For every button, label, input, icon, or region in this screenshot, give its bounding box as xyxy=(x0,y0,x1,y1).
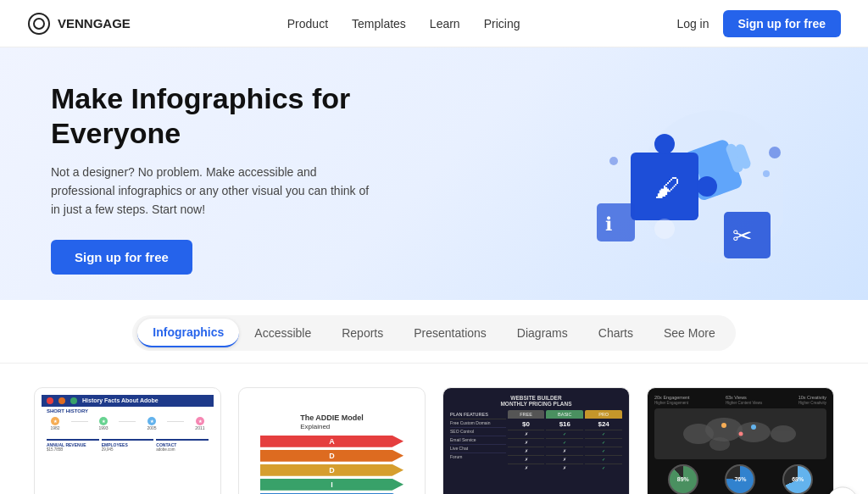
hero-illustration: 🖌 ℹ ✂ xyxy=(546,102,817,254)
nav-templates[interactable]: Templates xyxy=(352,17,406,31)
cards-section: History Facts About Adobe SHORT HISTORY … xyxy=(0,364,868,494)
nav-learn[interactable]: Learn xyxy=(430,17,460,31)
svg-point-24 xyxy=(771,425,796,442)
tab-infographics[interactable]: Infographics xyxy=(137,319,239,347)
svg-point-26 xyxy=(721,423,726,428)
svg-rect-13 xyxy=(597,203,635,241)
cards-row: History Facts About Adobe SHORT HISTORY … xyxy=(34,387,834,494)
brand-name: VENNGAGE xyxy=(58,16,131,31)
logo[interactable]: VENNGAGE xyxy=(27,12,131,36)
card-timeline: History Facts About Adobe SHORT HISTORY … xyxy=(34,387,221,494)
svg-point-11 xyxy=(654,219,675,239)
login-button[interactable]: Log in xyxy=(676,17,709,31)
card-image-process[interactable]: The ADDIE ModelExplained A D D I E xyxy=(238,387,426,494)
card-process: The ADDIE ModelExplained A D D I E Proce… xyxy=(238,387,426,494)
tabs-section: Infographics Accessible Reports Presenta… xyxy=(0,300,868,364)
tab-diagrams[interactable]: Diagrams xyxy=(502,319,583,347)
puzzle-illustration: 🖌 ℹ ✂ xyxy=(546,102,783,271)
svg-point-18 xyxy=(769,147,781,158)
hero-cta-button[interactable]: Sign up for free xyxy=(51,240,192,275)
nav-links: Product Templates Learn Pricing xyxy=(287,17,520,31)
tab-charts[interactable]: Charts xyxy=(583,319,648,347)
svg-point-1 xyxy=(34,19,44,29)
hero-title: Make Infographics for Everyone xyxy=(51,81,458,151)
logo-icon xyxy=(27,12,51,36)
svg-point-25 xyxy=(709,437,730,451)
card-image-timeline[interactable]: History Facts About Adobe SHORT HISTORY … xyxy=(34,387,221,494)
svg-text:✂: ✂ xyxy=(732,223,752,249)
svg-point-0 xyxy=(29,14,49,34)
hero-text: Make Infographics for Everyone Not a des… xyxy=(51,81,458,275)
card-image-statistical[interactable]: 20x EngagementHigher Engagement 63x View… xyxy=(647,387,834,494)
hero-subtitle: Not a designer? No problem. Make accessi… xyxy=(51,163,373,219)
signup-nav-button[interactable]: Sign up for free xyxy=(723,10,841,37)
tab-see-more[interactable]: See More xyxy=(648,319,731,347)
navbar: VENNGAGE Product Templates Learn Pricing… xyxy=(0,0,868,47)
svg-point-9 xyxy=(654,134,675,154)
svg-point-10 xyxy=(697,176,717,197)
hero-section: Make Infographics for Everyone Not a des… xyxy=(0,47,868,300)
card-comparison: WEBSITE BUILDERMONTHLY PRICING PLANS PLA… xyxy=(442,387,630,494)
nav-pricing[interactable]: Pricing xyxy=(484,17,520,31)
card-image-comparison[interactable]: WEBSITE BUILDERMONTHLY PRICING PLANS PLA… xyxy=(442,387,630,494)
svg-point-27 xyxy=(751,425,756,430)
svg-point-19 xyxy=(763,170,770,177)
card-statistical: 20x EngagementHigher Engagement 63x View… xyxy=(647,387,834,494)
svg-text:🖌: 🖌 xyxy=(654,174,680,202)
tab-presentations[interactable]: Presentations xyxy=(398,319,502,347)
tab-accessible[interactable]: Accessible xyxy=(239,319,326,347)
svg-text:ℹ: ℹ xyxy=(605,214,612,235)
nav-right: Log in Sign up for free xyxy=(676,10,841,37)
tabs-wrapper: Infographics Accessible Reports Presenta… xyxy=(132,315,735,351)
svg-point-28 xyxy=(738,431,743,436)
nav-product[interactable]: Product xyxy=(287,17,328,31)
tab-reports[interactable]: Reports xyxy=(326,319,398,347)
svg-point-17 xyxy=(609,157,618,165)
